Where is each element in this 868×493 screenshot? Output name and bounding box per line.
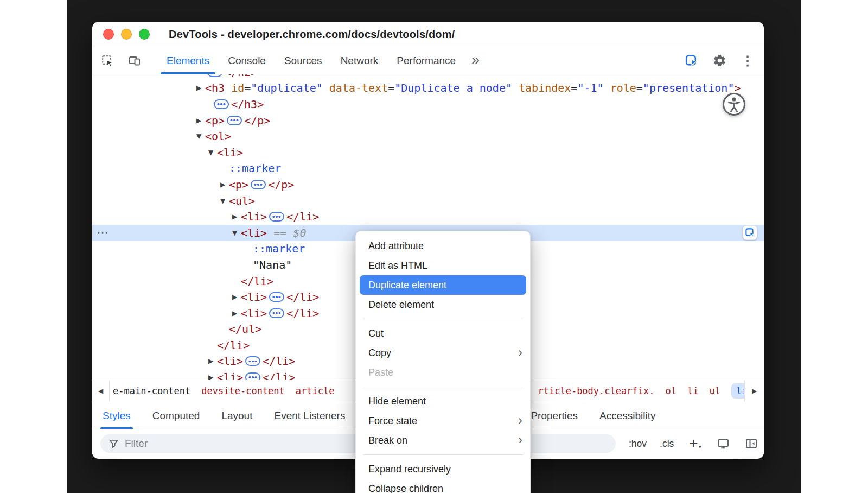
menu-item-duplicate-element[interactable]: Duplicate element: [360, 275, 526, 295]
dom-tree-row[interactable]: </h2>: [92, 74, 764, 80]
ellipsis-dots: [276, 216, 278, 218]
menu-item-edit-as-html[interactable]: Edit as HTML: [356, 256, 530, 275]
menu-item-copy[interactable]: Copy›: [356, 343, 530, 363]
inline-ellipsis-icon[interactable]: [245, 356, 260, 366]
menu-item-label: Copy: [368, 347, 391, 359]
code-token-tag: </li>: [241, 275, 273, 288]
expand-arrow-icon[interactable]: ▶: [232, 293, 241, 301]
settings-gear-icon[interactable]: [713, 54, 726, 67]
expand-arrow-icon[interactable]: ▶: [232, 213, 241, 220]
tab-performance[interactable]: Performance: [387, 47, 465, 74]
kebab-menu-icon[interactable]: ⋮: [741, 53, 754, 68]
collapse-arrow-icon[interactable]: ▼: [232, 229, 241, 237]
minimize-window-button[interactable]: [121, 29, 132, 40]
collapse-arrow-icon[interactable]: ▼: [208, 149, 217, 156]
breadcrumb-item[interactable]: ul: [709, 385, 720, 396]
menu-item-add-attribute[interactable]: Add attribute: [356, 236, 530, 256]
inline-ellipsis-icon[interactable]: [214, 99, 229, 109]
code-token-val: "duplicate": [251, 81, 322, 94]
tab-computed[interactable]: Computed: [152, 402, 200, 429]
expand-arrow-icon[interactable]: ▶: [208, 357, 217, 365]
more-tabs-icon[interactable]: »: [465, 46, 486, 74]
expand-arrow-icon[interactable]: ▶: [232, 309, 241, 317]
new-style-rule-button[interactable]: + ▾: [689, 438, 701, 450]
collapse-arrow-icon[interactable]: ▼: [196, 132, 205, 140]
menu-item-label: Cut: [368, 328, 384, 339]
expand-arrow-icon[interactable]: ▶: [220, 181, 229, 188]
inline-ellipsis-icon[interactable]: [251, 180, 266, 189]
code-token-tag: </ul>: [229, 323, 261, 336]
dom-tree-row[interactable]: ▼<ol>: [92, 128, 764, 144]
code-token-pseudo: ::marker: [229, 162, 281, 175]
tab-accessibility[interactable]: Accessibility: [599, 402, 655, 429]
ellipsis-dots: [276, 312, 278, 314]
code-token-text: "Nana": [253, 258, 292, 271]
code-token-tag: </p>: [244, 114, 270, 127]
inspect-icon[interactable]: [101, 54, 114, 67]
menu-item-delete-element[interactable]: Delete element: [356, 295, 530, 314]
dom-tree-row[interactable]: ▶<p></p>: [92, 112, 764, 129]
code-token-val: "Duplicate a node": [394, 81, 512, 94]
code-token-flag: == $0: [267, 226, 306, 239]
ellipsis-dots: [257, 184, 259, 186]
dom-tree-row[interactable]: ▼<li>: [92, 144, 764, 161]
ellipsis-dots: [233, 119, 235, 122]
code-token-tag: <p>: [229, 178, 248, 191]
inline-ellipsis-icon[interactable]: [207, 74, 222, 77]
menu-item-force-state[interactable]: Force state›: [356, 411, 530, 431]
expand-arrow-icon[interactable]: ▶: [196, 84, 205, 92]
menu-item-collapse-children[interactable]: Collapse children: [356, 479, 530, 493]
tab-event-listeners[interactable]: Event Listeners: [274, 402, 345, 429]
menu-item-hide-element[interactable]: Hide element: [356, 391, 530, 411]
breadcrumb-scroll-right-icon[interactable]: ▶: [744, 380, 764, 402]
close-window-button[interactable]: [103, 29, 114, 40]
breadcrumb-item[interactable]: rticle-body.clearfix.: [538, 385, 654, 396]
breadcrumb-item[interactable]: article: [296, 385, 335, 396]
tab-properties[interactable]: Properties: [531, 402, 578, 429]
inline-ellipsis-icon[interactable]: [227, 116, 242, 125]
code-token-tag: <h3: [205, 81, 231, 94]
tab-sources[interactable]: Sources: [275, 47, 331, 74]
menu-item-expand-recursively[interactable]: Expand recursively: [356, 459, 530, 479]
breadcrumb-scroll-left-icon[interactable]: ◀: [92, 380, 110, 402]
tab-layout[interactable]: Layout: [221, 402, 252, 429]
tab-console[interactable]: Console: [219, 47, 275, 74]
cursor-badge-icon[interactable]: [685, 54, 698, 67]
row-overflow-menu-icon[interactable]: ⋯: [97, 226, 108, 239]
element-classes-button[interactable]: .cls: [660, 438, 674, 450]
inline-ellipsis-icon[interactable]: [245, 372, 260, 380]
breadcrumb-item[interactable]: devsite-content: [201, 385, 285, 396]
dom-tree-row[interactable]: ▼<ul>: [92, 193, 764, 209]
row-cursor-badge-icon[interactable]: [743, 225, 757, 240]
dom-tree-row[interactable]: ▶<p></p>: [92, 176, 764, 193]
sidebar-toggle-icon[interactable]: [745, 437, 758, 450]
code-token-tag: </li>: [286, 210, 319, 223]
collapse-arrow-icon[interactable]: ▼: [220, 197, 229, 205]
tab-styles[interactable]: Styles: [103, 402, 131, 429]
breadcrumb-item[interactable]: li: [687, 385, 698, 396]
dom-tree-row[interactable]: ▶<h3 id="duplicate" data-text="Duplicate…: [92, 80, 764, 97]
inline-ellipsis-icon[interactable]: [269, 292, 284, 302]
breadcrumb-item[interactable]: e-main-content: [113, 385, 190, 396]
ellipsis-dots: [252, 376, 254, 378]
expand-arrow-icon[interactable]: ▶: [196, 117, 205, 124]
dom-tree-row[interactable]: ::marker: [92, 161, 764, 177]
inline-ellipsis-icon[interactable]: [269, 212, 284, 222]
expand-arrow-icon[interactable]: ▶: [208, 374, 217, 380]
dom-tree-row[interactable]: ▶<li></li>: [92, 208, 764, 225]
breadcrumb-item[interactable]: ol: [665, 385, 676, 396]
tab-elements[interactable]: Elements: [157, 47, 219, 74]
code-token-tag: <li>: [217, 371, 243, 380]
menu-item-cut[interactable]: Cut: [356, 324, 530, 343]
menu-divider: [363, 387, 523, 387]
dom-tree-row[interactable]: </h3>: [92, 96, 764, 112]
menu-item-break-on[interactable]: Break on›: [356, 431, 530, 450]
tab-network[interactable]: Network: [331, 47, 388, 74]
rendering-panel-icon[interactable]: [717, 437, 730, 450]
inline-ellipsis-icon[interactable]: [269, 308, 284, 318]
zoom-window-button[interactable]: [139, 29, 150, 40]
code-token-plain: =: [244, 81, 251, 94]
toggle-element-state-button[interactable]: :hov: [629, 438, 647, 450]
menu-item-label: Add attribute: [368, 241, 424, 252]
device-toolbar-icon[interactable]: [128, 54, 141, 67]
